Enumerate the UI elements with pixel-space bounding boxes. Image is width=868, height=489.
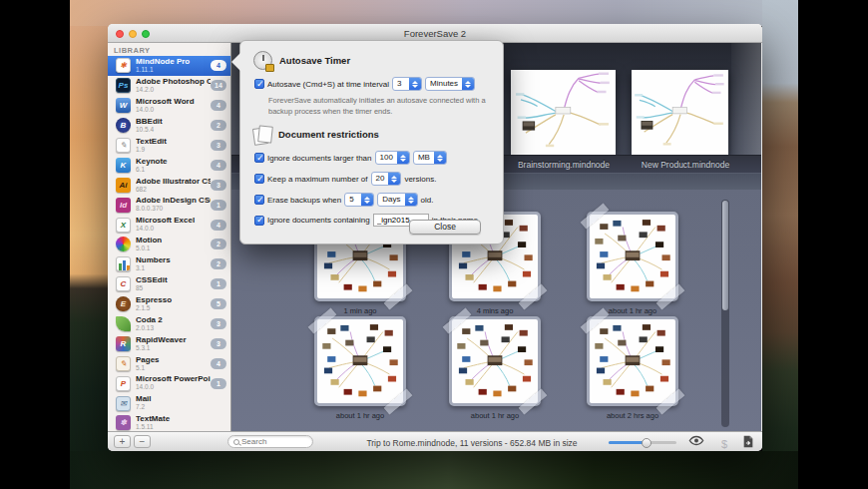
erase-value-select[interactable]: 5 [344,193,374,207]
sidebar-item-word[interactable]: W Microsoft Word14.0.0 4 [108,96,230,116]
sidebar-item-coda[interactable]: Coda 22.0.13 3 [108,314,230,334]
interval-unit-select[interactable]: Minutes [425,77,475,91]
app-name: TextMate [136,415,226,423]
preview-button[interactable] [684,434,708,449]
sidebar-item-motion[interactable]: Motion5.0.1 2 [108,235,230,254]
interval-value-select[interactable]: 3 [392,77,422,91]
illustrator-app-icon: Ai [116,178,131,193]
version-thumbnail[interactable]: about 2 hrs ago [587,316,678,420]
version-thumbnail[interactable]: about 1 hr ago [449,316,541,420]
sidebar-item-keynote[interactable]: K Keynote6.1 4 [108,155,230,175]
sidebar-item-powerpoint[interactable]: P Microsoft PowerPoint14.0.0 1 [108,373,230,393]
autosave-checkbox-label: Autosave (Cmd+S) at time interval [267,80,389,89]
ignore-larger-checkbox[interactable] [254,153,264,163]
remove-button[interactable]: − [134,435,151,448]
mail-app-icon: ✉ [116,396,131,411]
sidebar-item-photoshop[interactable]: Ps Adobe Photoshop CC14.2.0 14 [108,76,230,96]
sidebar-item-textedit[interactable]: ✎ TextEdit1.9 3 [108,136,230,156]
app-version: 5.0.1 [136,245,211,252]
sidebar-item-textmate[interactable]: ✽ TextMate1.5.11 [108,413,230,431]
status-bar: + − Trip to Rome.mindnode, 11 versions -… [108,431,762,451]
document-label: New Product.mindnode [606,160,761,170]
version-count-badge: 2 [211,258,226,269]
app-version: 7.2 [136,404,226,411]
erase-unit-select[interactable]: Days [377,193,417,207]
app-name: MindNode Pro [136,58,211,66]
erase-backups-checkbox[interactable] [254,195,264,205]
sidebar-item-illustrator[interactable]: Ai Adobe Illustrator CS6682 3 [108,175,230,195]
sidebar-item-mindnode-pro[interactable]: ✱ MindNode Pro1.11.1 4 [108,56,230,76]
ignore-larger-value-select[interactable]: 100 [375,151,410,165]
version-timestamp: about 2 hrs ago [587,411,678,420]
ignore-larger-unit-select[interactable]: MB [413,151,447,165]
document-thumbnail-new-product[interactable] [632,70,728,155]
ignore-containing-checkbox[interactable] [254,216,264,226]
document-restrictions-icon [253,125,271,144]
app-version: 1.11.1 [136,67,211,74]
version-thumbnail[interactable]: about 1 hr ago [314,316,406,420]
keep-max-checkbox[interactable] [254,174,264,184]
keynote-app-icon: K [116,158,131,173]
keep-max-label: Keep a maximum number of [267,175,368,184]
foreversave-window: ForeverSave 2 LIBRARY ✱ MindNode Pro1.11… [108,24,762,451]
document-thumbnail-brainstorming[interactable] [511,70,616,155]
thumbnail-size-slider[interactable] [609,441,676,444]
version-count-badge: 14 [211,80,226,91]
autosave-timer-icon [253,51,272,70]
vertical-scrollbar[interactable] [721,200,729,427]
export-document-button[interactable] [736,434,760,449]
version-count-badge: 2 [211,120,226,131]
scrollbar-thumb[interactable] [722,201,728,310]
app-name: Pages [136,356,211,364]
app-version: 6.1 [136,167,211,174]
autosave-checkbox[interactable] [254,79,264,89]
add-button[interactable]: + [114,435,131,448]
search-field[interactable] [227,435,313,448]
version-thumbnail[interactable]: about 1 hr ago [587,212,678,315]
sidebar-item-indesign[interactable]: Id Adobe InDesign CS68.0.0.370 1 [108,195,230,215]
sidebar-item-espresso[interactable]: E Espresso2.1.5 5 [108,294,230,314]
search-input[interactable] [241,437,301,446]
version-count-badge: 3 [211,140,226,151]
stepper-arrows-icon [361,194,373,206]
app-name: Coda 2 [136,316,211,324]
app-name: TextEdit [136,138,211,146]
dollar-button[interactable]: $ [712,434,736,449]
app-name: CSSEdit [136,276,211,284]
excel-app-icon: X [116,218,131,233]
bbedit-app-icon: B [116,118,131,133]
app-name: Adobe InDesign CS6 [136,197,211,205]
photoshop-app-icon: Ps [116,78,131,93]
sidebar-item-bbedit[interactable]: B BBEdit10.5.4 2 [108,116,230,136]
sidebar-item-cssedit[interactable]: C CSSEdit85 1 [108,274,230,294]
ignore-larger-label: Ignore documents larger than [267,154,372,163]
ignore-containing-label: Ignore documents containing [267,216,370,225]
version-count-badge: 4 [211,160,226,171]
app-name: Mail [136,395,226,403]
stepper-arrows-icon [409,78,421,90]
sidebar-item-numbers[interactable]: Numbers3.1 2 [108,254,230,274]
app-name: Adobe Illustrator CS6 [136,178,211,186]
version-count-badge: 1 [211,278,226,289]
sidebar-item-rapidweaver[interactable]: R RapidWeaver5.3.1 3 [108,333,230,353]
sidebar-item-excel[interactable]: X Microsoft Excel14.0.0 4 [108,215,230,235]
popover-arrow [231,53,240,71]
pages-app-icon: ✎ [116,356,131,371]
stepper-arrows-icon [434,152,446,164]
sidebar-item-pages[interactable]: ✎ Pages5.1 4 [108,353,230,373]
motion-app-icon [116,237,131,251]
keep-max-value-select[interactable]: 20 [371,172,402,186]
coda-app-icon [116,316,131,331]
sidebar-item-mail[interactable]: ✉ Mail7.2 [108,393,230,413]
app-version: 3.1 [136,265,211,272]
close-dialog-button[interactable]: Close [409,220,481,235]
desktop: ForeverSave 2 LIBRARY ✱ MindNode Pro1.11… [0,0,868,489]
slider-knob[interactable] [642,438,651,448]
stepper-arrows-icon [397,152,409,164]
selection-status-text: Trip to Rome.mindnode, 11 versions - 652… [347,438,597,448]
autosave-section-title: Autosave Timer [279,55,350,66]
app-name: BBEdit [136,118,211,126]
library-header: LIBRARY [108,43,230,56]
mindnode-app-icon: ✱ [116,58,131,73]
app-name: RapidWeaver [136,336,211,344]
